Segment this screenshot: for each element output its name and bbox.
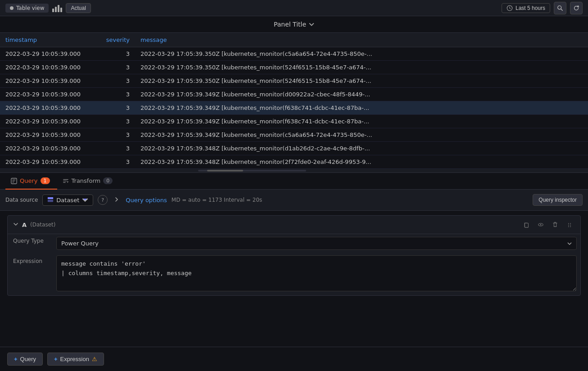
panel-title-button[interactable]: Panel Title	[274, 21, 314, 28]
dataset-icon	[47, 197, 54, 203]
add-query-label: Query	[20, 356, 36, 362]
table-row[interactable]: 2022-03-29 10:05:39.00032022-03-29 17:05…	[0, 101, 588, 115]
tab-query-badge: 1	[41, 177, 50, 184]
query-editor: A (Dataset)	[0, 215, 588, 303]
query-type-row: Query Type Power Query	[8, 234, 580, 253]
drag-query-button[interactable]	[564, 219, 575, 230]
cell-message: 2022-03-29 17:05:39.349Z [kubernetes_mon…	[135, 115, 588, 128]
cell-severity: 3	[99, 128, 135, 142]
actual-button[interactable]: Actual	[66, 3, 90, 13]
dataset-select[interactable]: Dataset	[42, 195, 93, 206]
eye-query-button[interactable]	[535, 219, 546, 230]
table-row[interactable]: 2022-03-29 10:05:39.00032022-03-29 17:05…	[0, 47, 588, 61]
table-view-dot	[10, 6, 14, 10]
query-options-button[interactable]: Query options	[126, 197, 167, 204]
cell-message: 2022-03-29 17:05:39.348Z [kubernetes_mon…	[135, 155, 588, 169]
table-row[interactable]: 2022-03-29 10:05:39.00032022-03-29 17:05…	[0, 88, 588, 101]
table-row[interactable]: 2022-03-29 10:05:39.00032022-03-29 17:05…	[0, 155, 588, 169]
power-query-select[interactable]: Power Query	[56, 237, 577, 250]
table-header-message[interactable]: message	[135, 33, 588, 47]
top-bar-right: Last 5 hours	[502, 2, 583, 14]
cell-message: 2022-03-29 17:05:39.349Z [kubernetes_mon…	[135, 88, 588, 101]
warning-icon: ⚠	[92, 356, 97, 362]
query-letter: A	[22, 222, 27, 228]
add-expression-label: Expression	[60, 356, 89, 362]
query-meta: MD = auto = 1173 Interval = 20s	[172, 197, 529, 203]
time-range-button[interactable]: Last 5 hours	[502, 3, 550, 13]
query-block-a: A (Dataset)	[7, 215, 581, 296]
chevron-down-icon	[13, 222, 18, 227]
expression-row: Expression	[8, 253, 580, 295]
svg-line-2	[561, 9, 563, 10]
cell-severity: 3	[99, 47, 135, 61]
cell-message: 2022-03-29 17:05:39.348Z [kubernetes_mon…	[135, 142, 588, 155]
table-header-severity[interactable]: severity	[99, 33, 135, 47]
tab-query[interactable]: Query 1	[5, 173, 57, 190]
expand-button[interactable]	[112, 196, 121, 204]
copy-query-button[interactable]	[521, 219, 532, 230]
cell-message: 2022-03-29 17:05:39.350Z [kubernetes_mon…	[135, 61, 588, 74]
expression-textarea[interactable]	[56, 255, 577, 291]
delete-query-button[interactable]	[550, 219, 561, 230]
table-row[interactable]: 2022-03-29 10:05:39.00032022-03-29 17:05…	[0, 142, 588, 155]
cell-timestamp: 2022-03-29 10:05:39.000	[0, 128, 99, 142]
table-body: 2022-03-29 10:05:39.00032022-03-29 17:05…	[0, 47, 588, 169]
cell-timestamp: 2022-03-29 10:05:39.000	[0, 115, 99, 128]
svg-rect-8	[48, 200, 53, 202]
query-toolbar: Data source Dataset ? Query options MD =…	[0, 190, 588, 211]
expression-value	[53, 253, 580, 295]
cell-severity: 3	[99, 74, 135, 88]
query-inspector-button[interactable]: Query inspector	[533, 194, 583, 206]
horizontal-scrollbar[interactable]	[0, 169, 588, 172]
expand-icon	[114, 197, 119, 202]
query-block-header: A (Dataset)	[8, 216, 580, 234]
eye-icon	[538, 222, 544, 228]
data-source-label: Data source	[5, 197, 38, 203]
panel-title-text: Panel Title	[274, 21, 306, 28]
svg-point-14	[568, 225, 569, 226]
query-type-value: Power Query	[53, 234, 580, 253]
table-row[interactable]: 2022-03-29 10:05:39.00032022-03-29 17:05…	[0, 74, 588, 88]
refresh-button[interactable]	[570, 2, 583, 14]
table-row[interactable]: 2022-03-29 10:05:39.00032022-03-29 17:05…	[0, 115, 588, 128]
add-query-button[interactable]: + Query	[7, 353, 43, 366]
svg-point-12	[568, 223, 569, 224]
tab-transform[interactable]: Transform 0	[57, 173, 120, 190]
drag-icon	[566, 222, 573, 228]
cell-message: 2022-03-29 17:05:39.350Z [kubernetes_mon…	[135, 74, 588, 88]
search-button[interactable]	[554, 2, 566, 14]
tabs-bar: Query 1 Transform 0	[0, 173, 588, 190]
cell-message: 2022-03-29 17:05:39.350Z [kubernetes_mon…	[135, 47, 588, 61]
cell-timestamp: 2022-03-29 10:05:39.000	[0, 88, 99, 101]
tab-transform-badge: 0	[103, 177, 113, 184]
cell-severity: 3	[99, 115, 135, 128]
svg-rect-7	[48, 197, 53, 199]
collapse-icon[interactable]	[13, 222, 18, 228]
view-toggle-label: Table view	[16, 5, 44, 11]
tab-transform-label: Transform	[72, 177, 101, 184]
cell-timestamp: 2022-03-29 10:05:39.000	[0, 47, 99, 61]
dataset-chevron-icon	[82, 197, 88, 203]
query-dataset-tag: (Dataset)	[30, 222, 55, 228]
table-row[interactable]: 2022-03-29 10:05:39.00032022-03-29 17:05…	[0, 128, 588, 142]
add-expression-button[interactable]: + Expression ⚠	[47, 353, 104, 366]
bar-chart-icon[interactable]	[52, 4, 62, 12]
cell-timestamp: 2022-03-29 10:05:39.000	[0, 142, 99, 155]
cell-message: 2022-03-29 17:05:39.349Z [kubernetes_mon…	[135, 101, 588, 115]
bottom-bar: + Query + Expression ⚠	[0, 347, 588, 371]
top-bar-left: Table view Actual	[5, 3, 91, 13]
power-query-chevron	[567, 241, 572, 246]
view-toggle-button[interactable]: Table view	[5, 4, 49, 13]
svg-point-11	[540, 224, 542, 226]
cell-message: 2022-03-29 17:05:39.349Z [kubernetes_mon…	[135, 128, 588, 142]
help-button[interactable]: ?	[98, 195, 108, 205]
svg-rect-9	[525, 223, 529, 228]
cell-severity: 3	[99, 88, 135, 101]
search-icon	[557, 5, 563, 11]
table-row[interactable]: 2022-03-29 10:05:39.00032022-03-29 17:05…	[0, 61, 588, 74]
cell-severity: 3	[99, 101, 135, 115]
cell-severity: 3	[99, 61, 135, 74]
copy-icon	[523, 222, 529, 228]
table-header-row: timestamp severity message	[0, 33, 588, 47]
table-header-timestamp[interactable]: timestamp	[0, 33, 99, 47]
